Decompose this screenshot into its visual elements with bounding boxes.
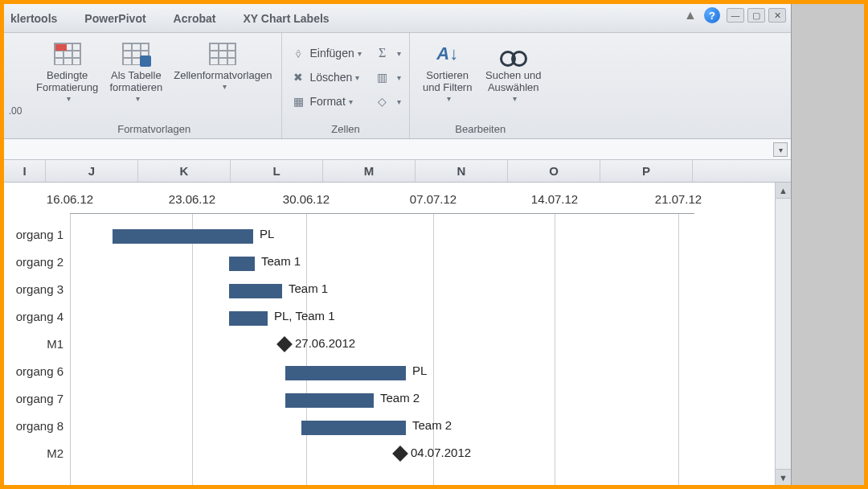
formula-bar[interactable]: ▾ — [4, 139, 791, 160]
sort-icon: A↓ — [436, 43, 458, 64]
column-header-J[interactable]: J — [46, 160, 138, 182]
clear-button[interactable]: ◇▾ — [371, 91, 404, 112]
column-header-K[interactable]: K — [138, 160, 231, 182]
task-name: organg 2 — [4, 255, 67, 269]
date-axis-label: 07.07.12 — [410, 192, 457, 206]
clear-icon: ◇ — [375, 95, 391, 108]
sigma-icon: Σ — [375, 46, 391, 60]
bar-label: Team 1 — [261, 254, 301, 268]
milestone-label: 27.06.2012 — [295, 336, 355, 350]
help-icon[interactable]: ? — [704, 7, 720, 23]
formula-bar-expand-icon[interactable]: ▾ — [773, 142, 788, 157]
tab-tools[interactable]: klertools — [10, 12, 57, 25]
format-icon: ▦ — [290, 95, 306, 108]
bar-label: PL — [260, 227, 274, 240]
task-name: organg 8 — [4, 419, 67, 433]
column-header-N[interactable]: N — [416, 160, 508, 182]
gridline — [555, 213, 555, 485]
task-name: organg 6 — [4, 364, 67, 378]
gantt-bar — [113, 229, 253, 244]
column-header-M[interactable]: M — [323, 160, 416, 182]
ribbon-collapse-icon[interactable]: ▲ — [683, 8, 698, 23]
cell-styles-icon — [209, 43, 236, 65]
date-axis-label: 14.07.12 — [531, 192, 578, 206]
column-header-P[interactable]: P — [600, 160, 693, 182]
vertical-scrollbar[interactable]: ▲ ▼ — [775, 183, 791, 485]
gantt-bar — [229, 284, 282, 298]
tab-xychartlabels[interactable]: XY Chart Labels — [244, 12, 330, 25]
gantt-chart: 16.06.1223.06.1230.06.1207.07.1214.07.12… — [4, 183, 775, 485]
close-button[interactable]: ✕ — [768, 8, 786, 23]
milestone-label: 04.07.2012 — [411, 446, 471, 459]
gantt-bar — [301, 421, 406, 435]
bar-label: PL — [412, 364, 427, 377]
insert-icon: ⎀ — [290, 47, 306, 60]
bar-label: Team 2 — [412, 418, 452, 432]
gantt-bar — [285, 366, 406, 380]
task-name: organg 4 — [4, 310, 67, 323]
gridline — [192, 213, 193, 485]
table-icon — [122, 43, 149, 65]
restore-button[interactable]: ▢ — [747, 8, 765, 23]
ribbon: .00 Bedingte Formatierung ▾ Als Tabelle … — [4, 33, 791, 139]
group-title-bearbeiten: Bearbeiten — [455, 121, 506, 138]
column-headers: IJKLMNOP — [4, 160, 791, 183]
bar-label: PL, Team 1 — [274, 309, 335, 323]
conditional-formatting-button[interactable]: Bedingte Formatierung ▾ — [31, 36, 103, 106]
conditional-formatting-icon — [54, 43, 81, 65]
group-formatvorlagen: Bedingte Formatierung ▾ Als Tabelle form… — [27, 33, 282, 138]
sort-filter-button[interactable]: A↓ Sortieren und Filtern ▾ — [415, 36, 481, 106]
task-name: M1 — [4, 337, 67, 351]
milestone-diamond-icon — [392, 446, 408, 462]
fill-icon: ▥ — [375, 71, 391, 84]
gantt-bar — [229, 311, 268, 326]
minimize-button[interactable]: — — [727, 8, 744, 23]
autosum-button[interactable]: Σ▾ — [371, 43, 404, 64]
excel-window: klertools PowerPivot Acrobat XY Chart La… — [4, 4, 792, 485]
insert-cells-button[interactable]: ⎀ Einfügen▾ — [287, 43, 364, 64]
task-name: organg 3 — [4, 282, 67, 296]
group-title-zellen: Zellen — [331, 121, 359, 138]
bar-label: Team 2 — [380, 391, 420, 405]
format-cells-button[interactable]: ▦ Format▾ — [287, 91, 364, 112]
task-name: M2 — [4, 446, 67, 460]
gridline — [678, 213, 679, 485]
cell-styles-button[interactable]: Zellenformatvorlagen ▾ — [169, 36, 276, 94]
group-bearbeiten: A↓ Sortieren und Filtern ▾ Suchen und Au… — [410, 33, 551, 138]
date-axis-label: 23.06.12 — [169, 192, 215, 206]
tab-acrobat[interactable]: Acrobat — [174, 12, 216, 25]
date-axis-label: 30.06.12 — [283, 192, 330, 206]
gantt-bar — [285, 393, 374, 408]
axis-line — [70, 213, 694, 214]
date-axis-label: 16.06.12 — [47, 192, 93, 206]
find-select-button[interactable]: Suchen und Auswählen ▾ — [481, 36, 547, 106]
fill-button[interactable]: ▥▾ — [371, 67, 404, 88]
task-name: organg 1 — [4, 228, 67, 241]
tab-powerpivot[interactable]: PowerPivot — [84, 12, 145, 25]
group-zellen: ⎀ Einfügen▾ ✖ Löschen▾ ▦ Format▾ — [282, 33, 409, 138]
worksheet-grid[interactable]: 16.06.1223.06.1230.06.1207.07.1214.07.12… — [4, 183, 791, 485]
gantt-bar — [229, 257, 255, 271]
scroll-up-icon[interactable]: ▲ — [776, 183, 791, 199]
scroll-down-icon[interactable]: ▼ — [776, 469, 791, 485]
gridline — [433, 213, 434, 485]
bar-label: Team 1 — [289, 281, 328, 295]
binoculars-icon — [500, 43, 527, 65]
task-name: organg 7 — [4, 392, 67, 405]
group-title-formatvorlagen: Formatvorlagen — [117, 121, 190, 138]
ribbon-tabs: klertools PowerPivot Acrobat XY Chart La… — [4, 4, 791, 33]
format-as-table-button[interactable]: Als Tabelle formatieren ▾ — [103, 36, 169, 106]
delete-cells-button[interactable]: ✖ Löschen▾ — [287, 67, 364, 88]
number-format-stub: .00 — [4, 33, 27, 138]
column-header-O[interactable]: O — [508, 160, 600, 182]
delete-icon: ✖ — [290, 71, 306, 84]
column-header-I[interactable]: I — [4, 160, 46, 182]
date-axis-label: 21.07.12 — [655, 192, 702, 206]
gridline — [70, 213, 71, 485]
milestone-diamond-icon — [276, 336, 293, 352]
column-header-L[interactable]: L — [231, 160, 323, 182]
